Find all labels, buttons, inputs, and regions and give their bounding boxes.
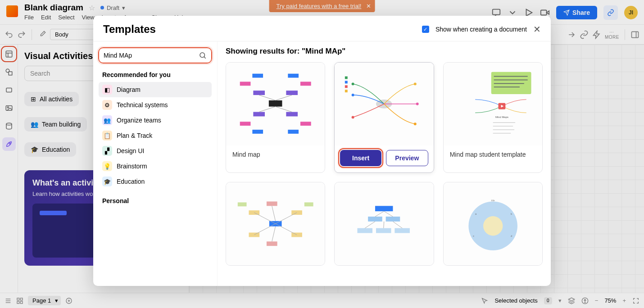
svg-line-68 xyxy=(254,224,275,235)
svg-rect-74 xyxy=(386,217,400,222)
results-panel: Showing results for: "Mind MAp" xyxy=(218,41,551,286)
template-card[interactable] xyxy=(226,182,325,266)
modal-sidebar: Recommended for you ◧Diagram ⚙Technical … xyxy=(93,41,218,286)
svg-rect-77 xyxy=(395,228,410,233)
recommended-heading: Recommended for you xyxy=(102,71,212,78)
svg-text:a: a xyxy=(475,213,476,215)
svg-point-35 xyxy=(352,83,354,86)
svg-line-79 xyxy=(384,211,393,217)
svg-rect-75 xyxy=(358,228,373,233)
svg-point-84 xyxy=(483,216,503,236)
svg-rect-73 xyxy=(368,217,382,222)
svg-rect-29 xyxy=(288,130,299,134)
results-heading: Showing results for: "Mind MAp" xyxy=(226,47,543,56)
svg-text:title: title xyxy=(491,200,494,202)
template-thumb xyxy=(226,182,325,265)
preview-button[interactable]: Preview xyxy=(386,150,428,166)
personal-heading: Personal xyxy=(102,197,212,204)
svg-line-66 xyxy=(254,213,275,224)
template-name: Mind map xyxy=(226,145,325,163)
cat-organize[interactable]: 👥Organize teams xyxy=(99,113,212,128)
svg-point-36 xyxy=(352,94,354,96)
svg-rect-20 xyxy=(253,112,265,117)
svg-rect-28 xyxy=(252,130,263,134)
template-thumb xyxy=(335,182,433,265)
svg-rect-42 xyxy=(345,81,348,84)
template-search[interactable] xyxy=(99,48,212,63)
svg-line-31 xyxy=(276,95,292,100)
svg-rect-65 xyxy=(304,203,313,207)
show-checkbox[interactable]: ✓ xyxy=(422,26,429,33)
svg-rect-45 xyxy=(491,72,531,94)
svg-rect-19 xyxy=(286,91,298,95)
template-thumb xyxy=(226,63,325,145)
svg-line-33 xyxy=(276,107,292,112)
svg-rect-63 xyxy=(267,241,277,246)
svg-rect-64 xyxy=(238,203,247,207)
svg-text:b: b xyxy=(511,213,512,215)
svg-line-16 xyxy=(204,57,206,59)
svg-rect-44 xyxy=(345,90,348,92)
close-icon[interactable]: ✕ xyxy=(533,24,541,35)
svg-line-81 xyxy=(384,222,384,228)
svg-point-38 xyxy=(414,83,417,86)
svg-rect-17 xyxy=(269,100,282,107)
svg-rect-22 xyxy=(240,82,251,86)
svg-line-78 xyxy=(375,211,384,217)
template-card[interactable]: title ab cd xyxy=(443,182,543,266)
template-card[interactable] xyxy=(334,182,434,266)
svg-rect-76 xyxy=(376,228,391,233)
svg-rect-60 xyxy=(249,233,259,237)
svg-rect-41 xyxy=(345,77,348,79)
template-thumb: title ab cd xyxy=(444,182,542,265)
svg-rect-24 xyxy=(240,122,251,126)
svg-point-39 xyxy=(416,103,419,105)
template-name: Mind map student template xyxy=(444,145,542,163)
svg-line-69 xyxy=(276,224,297,235)
svg-line-71 xyxy=(272,226,276,242)
svg-rect-26 xyxy=(252,74,263,78)
template-thumb xyxy=(335,63,433,145)
template-thumb: Mind Maps xyxy=(444,63,542,145)
svg-line-67 xyxy=(276,213,297,224)
search-icon[interactable] xyxy=(199,51,207,59)
svg-rect-62 xyxy=(267,202,277,206)
svg-rect-18 xyxy=(253,91,265,95)
template-card[interactable]: Insert Preview xyxy=(334,62,434,173)
templates-modal: Templates ✓ Show when creating a documen… xyxy=(93,16,551,286)
cat-technical[interactable]: ⚙Technical systems xyxy=(99,97,212,113)
svg-rect-23 xyxy=(300,82,311,86)
modal-title: Templates xyxy=(103,23,156,36)
svg-rect-27 xyxy=(288,74,299,78)
svg-point-15 xyxy=(200,53,205,58)
svg-line-30 xyxy=(259,95,276,100)
svg-line-32 xyxy=(259,107,276,112)
svg-point-37 xyxy=(352,116,354,119)
svg-point-40 xyxy=(414,122,417,125)
template-card[interactable]: Mind Maps Mind map student template xyxy=(443,62,543,173)
svg-text:Mind Maps: Mind Maps xyxy=(495,116,508,119)
svg-rect-25 xyxy=(300,122,311,126)
svg-rect-72 xyxy=(375,206,393,212)
cat-diagram[interactable]: ◧Diagram xyxy=(99,82,212,97)
svg-text:d: d xyxy=(511,236,512,238)
svg-rect-61 xyxy=(291,233,302,237)
modal-overlay: Templates ✓ Show when creating a documen… xyxy=(0,0,644,308)
svg-rect-43 xyxy=(345,86,348,88)
cat-design[interactable]: ▞Design UI xyxy=(99,143,212,159)
svg-line-82 xyxy=(393,222,403,228)
cat-brainstorm[interactable]: 💡Brainstorm xyxy=(99,159,212,174)
cat-education[interactable]: 🎓Education xyxy=(99,174,212,189)
search-input[interactable] xyxy=(104,52,195,59)
cat-plan[interactable]: 📋Plan & Track xyxy=(99,128,212,143)
insert-button[interactable]: Insert xyxy=(340,150,381,166)
svg-rect-58 xyxy=(249,210,259,215)
svg-rect-21 xyxy=(286,112,298,117)
template-card[interactable]: Mind map xyxy=(226,62,325,173)
show-label: Show when creating a document xyxy=(435,26,527,33)
svg-rect-59 xyxy=(291,210,302,215)
svg-line-70 xyxy=(272,206,276,222)
svg-line-80 xyxy=(365,222,376,228)
